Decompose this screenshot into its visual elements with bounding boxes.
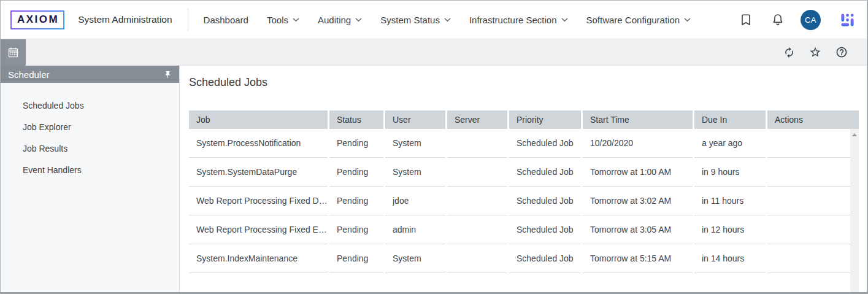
bookmark-button[interactable] [739, 13, 753, 26]
table-cell [447, 129, 507, 158]
scroll-up-icon[interactable] [852, 133, 857, 136]
favorite-button[interactable] [809, 46, 821, 58]
table-cell: admin [385, 215, 445, 244]
table-cell-text: Scheduled Job [517, 225, 574, 234]
table-cell: System.SystemDataPurge [189, 158, 328, 187]
table-cell-text: a year ago [702, 138, 742, 148]
table-cell-text: System [393, 138, 421, 148]
table-cell: System.ProcessNotification [189, 129, 328, 158]
avatar[interactable]: CA [801, 10, 821, 30]
sidebar-item[interactable]: Job Results [1, 137, 179, 159]
app-title: System Administration [78, 14, 172, 25]
table-cell: Scheduled Job [509, 158, 581, 187]
document-toolbar [1, 39, 867, 66]
table-cell-text: Web Report Processing Fixed De... [196, 196, 328, 206]
table-cell-text: Scheduled Job [517, 196, 574, 206]
sidebar-item-label: Job Results [23, 144, 67, 153]
table-cell-text: System.SystemDataPurge [196, 167, 297, 177]
table-cell: Pending [329, 215, 383, 244]
top-nav-item[interactable]: Tools [267, 15, 299, 25]
axiom-logo: AXIOM [10, 10, 64, 29]
table-column-header[interactable]: Actions [767, 110, 859, 129]
top-nav-item[interactable]: Dashboard [204, 15, 248, 25]
notifications-button[interactable] [771, 13, 785, 26]
refresh-button[interactable] [783, 47, 795, 58]
table-cell-text: 10/20/2020 [590, 138, 633, 148]
table-cell [767, 129, 850, 158]
table-cell-text: Tomorrow at 1:00 AM [590, 167, 671, 177]
table-cell [767, 215, 850, 244]
logo-text: AXIOM [12, 12, 63, 28]
table-cell-text: System.ProcessNotification [196, 138, 301, 148]
table-cell: jdoe [385, 187, 445, 215]
table-cell-text: System [393, 167, 421, 177]
sidebar-item[interactable]: Scheduled Jobs [1, 95, 179, 116]
table-cell-text: Scheduled Job [517, 138, 574, 148]
table-column-header[interactable]: Status [329, 110, 383, 129]
content-area: Scheduler Scheduled Jobs Job Explorer Jo… [1, 66, 867, 292]
sidebar-item-label: Event Handlers [23, 165, 82, 175]
table-cell: a year ago [694, 129, 766, 158]
vertical-scrollbar[interactable] [850, 129, 859, 292]
table-cell [447, 158, 507, 187]
header-divider [188, 9, 188, 31]
table-column-header[interactable]: Start Time [583, 110, 693, 129]
top-nav-item[interactable]: Infrastructure Section [469, 15, 568, 25]
table-cell-text: in 11 hours [702, 196, 743, 206]
table-row[interactable]: System.IndexMaintenancePendingSystemSche… [189, 244, 850, 273]
help-icon [835, 46, 848, 58]
table-cell: 10/20/2020 [583, 129, 693, 158]
pin-button[interactable] [164, 71, 172, 79]
table-body: System.ProcessNotificationPendingSystemS… [189, 129, 850, 273]
table-cell: System [385, 129, 445, 158]
table-cell-text: Tomorrow at 3:02 AM [590, 196, 671, 206]
top-nav-item[interactable]: System Status [380, 15, 451, 25]
top-nav-item[interactable]: Software Configuration [586, 15, 691, 25]
avatar-initials: CA [805, 15, 816, 25]
sidebar-header: Scheduler [1, 66, 179, 83]
table-column-header[interactable]: Server [447, 110, 507, 129]
scheduler-document-tab[interactable] [1, 39, 26, 66]
table-cell-text: System [393, 253, 421, 263]
help-button[interactable] [835, 46, 848, 58]
sidebar-item-label: Job Explorer [23, 122, 71, 132]
table-cell-text: Pending [337, 225, 368, 234]
table-cell: Web Report Processing Fixed De... [189, 187, 328, 215]
top-header: AXIOM System Administration Dashboard To… [1, 1, 867, 39]
table-column-header[interactable]: Priority [509, 110, 581, 129]
table-cell: Scheduled Job [509, 215, 581, 244]
table-column-header[interactable]: Due In [694, 110, 766, 129]
top-nav-item-label: System Status [380, 15, 440, 25]
table-cell: in 11 hours [694, 187, 766, 215]
table-cell: in 14 hours [694, 244, 766, 273]
sidebar-list: Scheduled Jobs Job Explorer Job Results … [1, 83, 179, 180]
sidebar-item[interactable]: Job Explorer [1, 116, 179, 137]
table-cell: in 12 hours [694, 215, 766, 244]
table-cell-text: in 14 hours [702, 253, 744, 263]
table-cell [767, 187, 850, 215]
table-column-header[interactable]: Job [189, 110, 328, 129]
top-nav-item-label: Auditing [318, 15, 351, 25]
table-cell: in 9 hours [694, 158, 766, 187]
table-cell: System [385, 244, 445, 273]
top-nav-item[interactable]: Auditing [318, 15, 362, 25]
table-row[interactable]: Web Report Processing Fixed Ex...Pending… [189, 215, 850, 244]
bookmark-icon [739, 13, 753, 26]
chevron-down-icon [355, 18, 362, 22]
apps-grid-button[interactable] [839, 12, 856, 28]
table-column-header[interactable]: User [385, 110, 445, 129]
apps-grid-icon [839, 12, 856, 28]
star-icon [809, 46, 821, 58]
table-row[interactable]: System.SystemDataPurgePendingSystemSched… [189, 158, 850, 187]
calendar-icon [7, 47, 19, 58]
table-row[interactable]: System.ProcessNotificationPendingSystemS… [189, 129, 850, 158]
sidebar-item-label: Scheduled Jobs [23, 101, 84, 110]
table-cell: Tomorrow at 1:00 AM [583, 158, 693, 187]
top-nav-item-label: Infrastructure Section [469, 15, 557, 25]
table-cell: Scheduled Job [509, 129, 581, 158]
table-cell: Tomorrow at 3:02 AM [583, 187, 693, 215]
table-row[interactable]: Web Report Processing Fixed De...Pending… [189, 187, 850, 215]
table-cell-text: Pending [337, 253, 368, 263]
sidebar-item[interactable]: Event Handlers [1, 159, 179, 180]
scheduled-jobs-table: JobStatusUserServerPriorityStart TimeDue… [189, 110, 859, 292]
